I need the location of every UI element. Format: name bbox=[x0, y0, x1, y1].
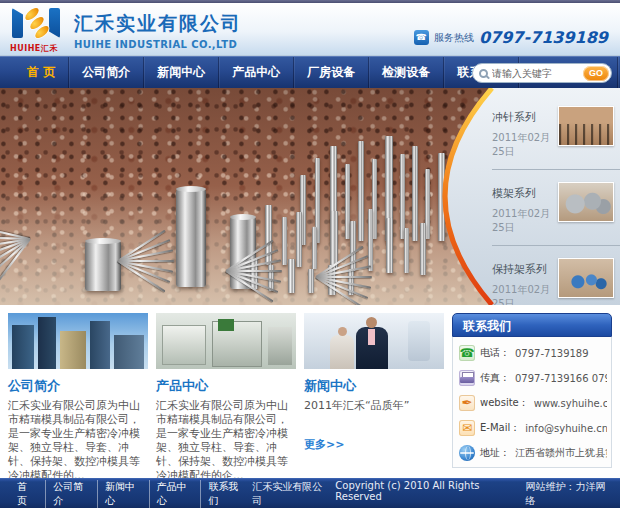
nav-item-about[interactable]: 公司简介 bbox=[69, 57, 144, 88]
news-title[interactable]: 模架系列 bbox=[492, 186, 552, 201]
main-content: 公司简介 汇禾实业有限公司原为中山市精瑞模具制品有限公司，是一家专业生产精密冷冲… bbox=[0, 305, 620, 470]
logo-mark-icon bbox=[10, 8, 64, 40]
company-logo[interactable]: HUIHE汇禾 bbox=[10, 8, 64, 52]
banner-news-list: 冲针系列 2011年02月25日 模架系列 2011年02月25日 保持架系列 … bbox=[492, 88, 620, 305]
news-thumbnail[interactable] bbox=[558, 182, 614, 222]
logo-wordmark: HUIHE汇禾 bbox=[10, 43, 64, 54]
contact-value-website-link[interactable]: www.syhuihe.cn bbox=[534, 398, 607, 409]
news-date: 2011年02月25日 bbox=[492, 131, 552, 159]
news-date: 2011年02月25日 bbox=[492, 283, 552, 305]
search-input[interactable] bbox=[488, 68, 583, 79]
banner-news-item[interactable]: 模架系列 2011年02月25日 bbox=[492, 176, 620, 246]
section-news-center: 新闻中心 2011年汇禾“品质年” 更多>> bbox=[304, 313, 444, 470]
banner-news-item[interactable]: 保持架系列 2011年02月25日 bbox=[492, 252, 620, 305]
footer-link-contact[interactable]: 联系我们 bbox=[200, 480, 252, 508]
contact-panel-body: ☎ 电话： 0797-7139189 传真： 0797-7139166 0797… bbox=[452, 337, 612, 468]
brand-block: 汇禾实业有限公司 HUIHE INDUSTRIAL CO.,LTD bbox=[74, 11, 242, 50]
nav-item-home[interactable]: 首 页 bbox=[14, 57, 69, 88]
more-link[interactable]: 更多>> bbox=[304, 437, 344, 452]
section-title: 新闻中心 bbox=[304, 377, 444, 395]
contact-label: website： bbox=[480, 396, 529, 410]
footer-copyright-text: Copyright (c) 2010 All Rights Reserved bbox=[335, 480, 517, 508]
section-company-intro: 公司简介 汇禾实业有限公司原为中山市精瑞模具制品有限公司，是一家专业生产精密冷冲… bbox=[8, 313, 148, 470]
contact-row-address: 地址： 江西省赣州市上犹县黄埠工业园 bbox=[459, 445, 607, 461]
contact-label: E-Mail： bbox=[480, 421, 520, 435]
globe-icon bbox=[459, 445, 475, 461]
fax-icon bbox=[459, 370, 475, 386]
company-name-en: HUIHE INDUSTRIAL CO.,LTD bbox=[74, 39, 242, 50]
news-thumbnail[interactable] bbox=[558, 106, 614, 146]
footer-company-name: 汇禾实业有限公司 bbox=[252, 480, 327, 508]
nav-item-testing[interactable]: 检测设备 bbox=[369, 57, 444, 88]
footer-copyright: 汇禾实业有限公司 Copyright (c) 2010 All Rights R… bbox=[252, 480, 610, 508]
footer-link-home[interactable]: 首 页 bbox=[10, 480, 45, 508]
news-title[interactable]: 保持架系列 bbox=[492, 262, 552, 277]
contact-label: 地址： bbox=[480, 446, 510, 460]
service-hotline: ☎ 服务热线 0797-7139189 bbox=[414, 28, 608, 47]
contact-row-email: ✉ E-Mail： info@syhuihe.cn bbox=[459, 420, 607, 436]
section-text: 汇禾实业有限公司原为中山市精瑞模具制品有限公司，是一家专业生产精密冷冲模架、独立… bbox=[8, 399, 148, 483]
footer-link-about[interactable]: 公司简介 bbox=[45, 480, 97, 508]
hotline-label: 服务热线 bbox=[434, 31, 474, 45]
company-intro-image[interactable] bbox=[8, 313, 148, 369]
contact-row-fax: 传真： 0797-7139166 0797-7139168 bbox=[459, 370, 607, 386]
contact-value: 江西省赣州市上犹县黄埠工业园 bbox=[515, 446, 607, 460]
contact-panel: 联系我们 ☎ 电话： 0797-7139189 传真： 0797-7139166… bbox=[452, 313, 612, 470]
search-go-button[interactable]: GO bbox=[583, 66, 609, 81]
contact-value: 0797-7139189 bbox=[515, 348, 589, 359]
section-product-center: 产品中心 汇禾实业有限公司原为中山市精瑞模具制品有限公司，是一家专业生产精密冷冲… bbox=[156, 313, 296, 470]
section-text: 汇禾实业有限公司原为中山市精瑞模具制品有限公司，是一家专业生产精密冷冲模架、独立… bbox=[156, 399, 296, 483]
site-header: HUIHE汇禾 汇禾实业有限公司 HUIHE INDUSTRIAL CO.,LT… bbox=[0, 3, 620, 56]
site-footer: 首 页 公司简介 新闻中心 产品中心 联系我们 汇禾实业有限公司 Copyrig… bbox=[0, 478, 620, 508]
company-name-cn: 汇禾实业有限公司 bbox=[74, 11, 242, 37]
contact-label: 电话： bbox=[480, 346, 510, 360]
contact-row-phone: ☎ 电话： 0797-7139189 bbox=[459, 345, 607, 361]
footer-maintainer: 网站维护：力洋网络 bbox=[525, 480, 610, 508]
search-icon bbox=[479, 69, 488, 78]
nav-item-products[interactable]: 产品中心 bbox=[219, 57, 294, 88]
nav-item-factory[interactable]: 厂房设备 bbox=[294, 57, 369, 88]
contact-value-email-link[interactable]: info@syhuihe.cn bbox=[525, 423, 607, 434]
phone-icon: ☎ bbox=[414, 30, 429, 45]
footer-links: 首 页 公司简介 新闻中心 产品中心 联系我们 bbox=[10, 480, 252, 508]
contact-value: 0797-7139166 0797-7139168 bbox=[515, 373, 607, 384]
hotline-number: 0797-7139189 bbox=[479, 28, 608, 47]
section-title: 产品中心 bbox=[156, 377, 296, 395]
news-thumbnail[interactable] bbox=[558, 258, 614, 298]
envelope-icon: ✉ bbox=[459, 420, 475, 436]
news-center-image[interactable] bbox=[304, 313, 444, 369]
contact-label: 传真： bbox=[480, 371, 510, 385]
telephone-icon: ☎ bbox=[459, 345, 475, 361]
product-center-image[interactable] bbox=[156, 313, 296, 369]
contact-panel-title: 联系我们 bbox=[452, 313, 612, 337]
news-title[interactable]: 冲针系列 bbox=[492, 110, 552, 125]
pen-icon: ✒ bbox=[459, 395, 475, 411]
news-date: 2011年02月25日 bbox=[492, 207, 552, 235]
search-box: GO bbox=[472, 63, 612, 83]
contact-row-website: ✒ website： www.syhuihe.cn bbox=[459, 395, 607, 411]
nav-item-news[interactable]: 新闻中心 bbox=[144, 57, 219, 88]
hero-banner: 冲针系列 2011年02月25日 模架系列 2011年02月25日 保持架系列 … bbox=[0, 88, 620, 305]
footer-link-news[interactable]: 新闻中心 bbox=[97, 480, 149, 508]
section-title: 公司简介 bbox=[8, 377, 148, 395]
section-text: 2011年汇禾“品质年” bbox=[304, 399, 444, 413]
main-nav: 首 页 公司简介 新闻中心 产品中心 厂房设备 检测设备 联系我们 产品手册下载… bbox=[0, 56, 620, 88]
banner-news-item[interactable]: 冲针系列 2011年02月25日 bbox=[492, 100, 620, 170]
footer-link-products[interactable]: 产品中心 bbox=[149, 480, 201, 508]
